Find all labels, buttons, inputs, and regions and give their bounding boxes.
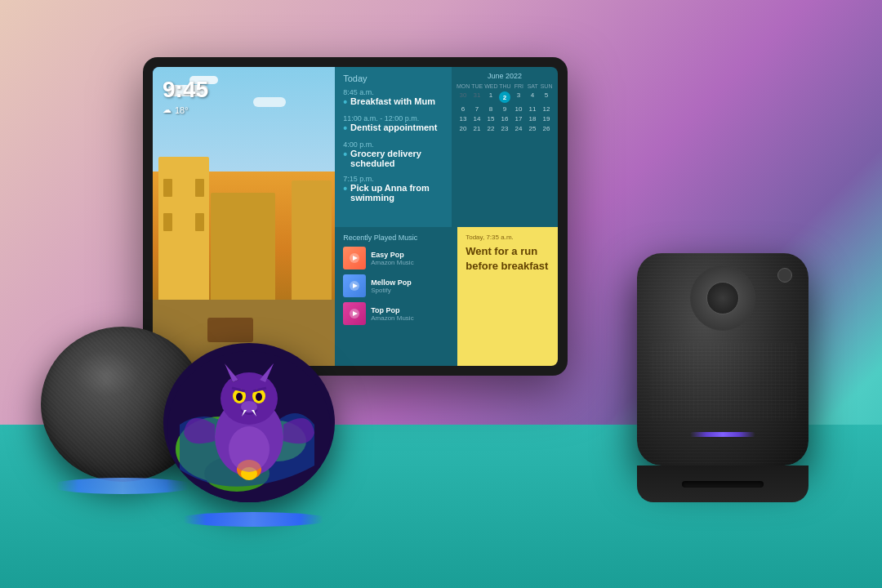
time-overlay: 9:45 ☁ 18° xyxy=(163,77,208,115)
echo-studio-top-driver xyxy=(690,265,755,331)
calendar-panel: June 2022 MON TUE WED THU FRI SAT SUN 30 xyxy=(452,67,558,227)
music-source-2: Spotify xyxy=(371,287,412,294)
top-content-area: Today 8:45 a.m. • Breakfast with Mum 11:… xyxy=(335,67,558,227)
echo-dot-kids-body xyxy=(163,343,335,502)
echo-show-screen: 9:45 ☁ 18° Today 8:45 a.m. xyxy=(153,67,558,366)
music-source-1: Amazon Music xyxy=(371,259,413,266)
bottom-row: Recently Played Music Easy Pop Amazon Mu… xyxy=(335,227,558,366)
echo-dot-kids-device xyxy=(163,343,343,523)
cloud-3 xyxy=(253,97,286,107)
svg-point-22 xyxy=(241,401,257,412)
schedule-title-3: • Grocery delivery scheduled xyxy=(343,149,443,168)
echo-studio-light-bar xyxy=(690,432,755,437)
screen-time: 9:45 xyxy=(163,77,208,103)
building-1 xyxy=(158,157,209,306)
music-item-1: Easy Pop Amazon Music xyxy=(343,247,449,270)
svg-point-11 xyxy=(220,372,278,425)
sticky-text: Went for a run before breakfast xyxy=(466,244,550,274)
music-source-3: Amazon Music xyxy=(371,314,413,322)
schedule-item-2: 11:00 a.m. - 12:00 p.m. • Dentist appoin… xyxy=(343,114,443,134)
echo-show-device: 9:45 ☁ 18° Today 8:45 a.m. xyxy=(143,57,568,376)
music-item-3: Top Pop Amazon Music xyxy=(343,302,449,325)
bullet-1: • xyxy=(343,96,347,108)
music-info-1: Easy Pop Amazon Music xyxy=(371,251,413,266)
schedule-title-2: • Dentist appointment xyxy=(343,122,443,134)
vehicles xyxy=(207,318,253,341)
echo-show-frame: 9:45 ☁ 18° Today 8:45 a.m. xyxy=(143,57,568,376)
echo-studio-device xyxy=(637,253,817,498)
temperature: 18° xyxy=(175,105,189,115)
music-name-1: Easy Pop xyxy=(371,251,413,259)
music-thumb-3 xyxy=(343,302,366,325)
calendar-day-headers: MON TUE WED THU FRI SAT SUN xyxy=(457,83,553,89)
calendar-month: June 2022 xyxy=(457,72,553,80)
echo-studio-action-button[interactable] xyxy=(777,268,792,283)
building-2 xyxy=(292,180,332,306)
music-item-2: Mellow Pop Spotify xyxy=(343,274,449,297)
echo-studio-base-slot xyxy=(682,481,764,488)
schedule-item-4: 7:15 p.m. • Pick up Anna from swimming xyxy=(343,175,443,203)
music-thumb-2 xyxy=(343,274,366,297)
music-label: Recently Played Music xyxy=(343,234,449,242)
echo-studio-fabric xyxy=(649,343,796,421)
schedule-item-1: 8:45 a.m. • Breakfast with Mum xyxy=(343,88,443,108)
svg-point-19 xyxy=(256,393,262,401)
cloud-icon: ☁ xyxy=(163,105,172,115)
music-thumb-1 xyxy=(343,247,366,270)
schedule-time-2: 11:00 a.m. - 12:00 p.m. xyxy=(343,114,443,122)
schedule-panel: Today 8:45 a.m. • Breakfast with Mum 11:… xyxy=(335,67,452,227)
calendar-grid: 30 31 1 2 3 4 5 6 7 8 9 10 11 xyxy=(457,91,553,133)
weather-info: ☁ 18° xyxy=(163,105,208,115)
dot-highlight xyxy=(74,350,139,397)
screen-photo: 9:45 ☁ 18° xyxy=(153,67,335,366)
schedule-item-3: 4:00 p.m. • Grocery delivery scheduled xyxy=(343,140,443,168)
bullet-4: • xyxy=(343,183,347,194)
echo-dot-kids-ring xyxy=(176,512,331,527)
bullet-3: • xyxy=(343,149,347,160)
music-info-2: Mellow Pop Spotify xyxy=(371,278,412,294)
sticky-time: Today, 7:35 a.m. xyxy=(466,234,550,241)
schedule-time-1: 8:45 a.m. xyxy=(343,88,443,96)
building-3 xyxy=(211,193,274,306)
svg-point-27 xyxy=(229,426,270,472)
today-label: Today xyxy=(343,74,443,83)
svg-point-18 xyxy=(236,393,243,401)
music-name-2: Mellow Pop xyxy=(371,278,412,287)
screen-right-panel: Today 8:45 a.m. • Breakfast with Mum 11:… xyxy=(335,67,558,366)
dragon-illustration xyxy=(163,343,335,502)
bullet-2: • xyxy=(343,122,347,134)
music-name-3: Top Pop xyxy=(371,306,413,314)
schedule-title-4: • Pick up Anna from swimming xyxy=(343,183,443,203)
schedule-time-4: 7:15 p.m. xyxy=(343,175,443,183)
echo-studio-center-driver xyxy=(706,282,739,314)
sticky-note: Today, 7:35 a.m. Went for a run before b… xyxy=(457,227,558,366)
echo-studio-base xyxy=(637,466,808,502)
schedule-time-3: 4:00 p.m. xyxy=(343,140,443,149)
music-panel: Recently Played Music Easy Pop Amazon Mu… xyxy=(335,227,457,366)
music-info-3: Top Pop Amazon Music xyxy=(371,306,413,322)
schedule-title-1: • Breakfast with Mum xyxy=(343,96,443,108)
echo-studio-body xyxy=(637,253,808,466)
